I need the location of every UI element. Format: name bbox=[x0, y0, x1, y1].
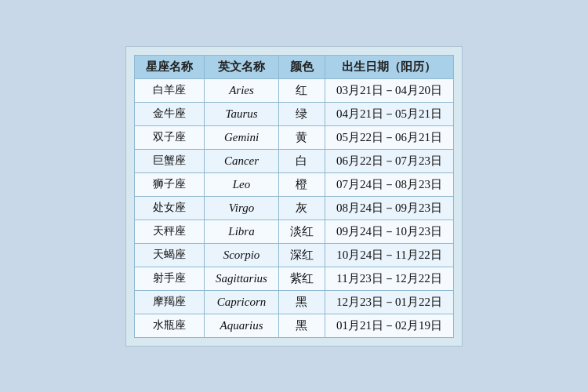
table-cell: 射手座 bbox=[135, 267, 205, 290]
table-header-cell: 颜色 bbox=[278, 55, 325, 78]
table-row: 双子座Gemini黄05月22日－06月21日 bbox=[135, 125, 454, 149]
table-cell: Cancer bbox=[205, 149, 279, 172]
zodiac-table-container: 星座名称英文名称颜色出生日期（阳历） 白羊座Aries红03月21日－04月20… bbox=[125, 46, 463, 347]
table-cell: 06月22日－07月23日 bbox=[325, 149, 453, 172]
table-row: 天秤座Libra淡红09月24日－10月23日 bbox=[135, 220, 454, 243]
table-header-cell: 星座名称 bbox=[135, 55, 205, 78]
table-cell: 双子座 bbox=[135, 125, 205, 149]
zodiac-table: 星座名称英文名称颜色出生日期（阳历） 白羊座Aries红03月21日－04月20… bbox=[134, 55, 454, 338]
table-cell: Leo bbox=[205, 172, 279, 196]
table-cell: 摩羯座 bbox=[135, 290, 205, 314]
table-row: 巨蟹座Cancer白06月22日－07月23日 bbox=[135, 149, 454, 172]
table-cell: 绿 bbox=[278, 102, 325, 125]
table-cell: 灰 bbox=[278, 196, 325, 220]
table-cell: 11月23日－12月22日 bbox=[325, 267, 453, 290]
table-cell: Virgo bbox=[205, 196, 279, 220]
table-cell: 深红 bbox=[278, 243, 325, 267]
table-cell: 03月21日－04月20日 bbox=[325, 78, 453, 102]
table-row: 射手座Sagittarius紫红11月23日－12月22日 bbox=[135, 267, 454, 290]
table-cell: 05月22日－06月21日 bbox=[325, 125, 453, 149]
table-cell: 黄 bbox=[278, 125, 325, 149]
table-header-cell: 出生日期（阳历） bbox=[325, 55, 453, 78]
table-cell: 水瓶座 bbox=[135, 314, 205, 337]
table-cell: 橙 bbox=[278, 172, 325, 196]
table-row: 金牛座Taurus绿04月21日－05月21日 bbox=[135, 102, 454, 125]
table-cell: 天秤座 bbox=[135, 220, 205, 243]
table-cell: 09月24日－10月23日 bbox=[325, 220, 453, 243]
table-row: 水瓶座Aquarius黑01月21日－02月19日 bbox=[135, 314, 454, 337]
table-cell: 巨蟹座 bbox=[135, 149, 205, 172]
table-cell: Scorpio bbox=[205, 243, 279, 267]
table-cell: 淡红 bbox=[278, 220, 325, 243]
table-cell: 12月23日－01月22日 bbox=[325, 290, 453, 314]
table-row: 狮子座Leo橙07月24日－08月23日 bbox=[135, 172, 454, 196]
table-cell: 白羊座 bbox=[135, 78, 205, 102]
table-cell: Aquarius bbox=[205, 314, 279, 337]
table-cell: 黑 bbox=[278, 314, 325, 337]
table-cell: Gemini bbox=[205, 125, 279, 149]
table-row: 摩羯座Capricorn黑12月23日－01月22日 bbox=[135, 290, 454, 314]
table-header-row: 星座名称英文名称颜色出生日期（阳历） bbox=[135, 55, 454, 78]
table-cell: Libra bbox=[205, 220, 279, 243]
table-cell: 金牛座 bbox=[135, 102, 205, 125]
table-cell: Taurus bbox=[205, 102, 279, 125]
table-cell: Capricorn bbox=[205, 290, 279, 314]
table-cell: 08月24日－09月23日 bbox=[325, 196, 453, 220]
table-cell: 红 bbox=[278, 78, 325, 102]
table-row: 白羊座Aries红03月21日－04月20日 bbox=[135, 78, 454, 102]
table-cell: Aries bbox=[205, 78, 279, 102]
table-cell: 10月24日－11月22日 bbox=[325, 243, 453, 267]
table-cell: 白 bbox=[278, 149, 325, 172]
table-cell: 天蝎座 bbox=[135, 243, 205, 267]
table-header-cell: 英文名称 bbox=[205, 55, 279, 78]
table-cell: 01月21日－02月19日 bbox=[325, 314, 453, 337]
table-cell: 紫红 bbox=[278, 267, 325, 290]
table-cell: 狮子座 bbox=[135, 172, 205, 196]
table-cell: 07月24日－08月23日 bbox=[325, 172, 453, 196]
table-cell: 黑 bbox=[278, 290, 325, 314]
table-cell: 04月21日－05月21日 bbox=[325, 102, 453, 125]
table-cell: Sagittarius bbox=[205, 267, 279, 290]
table-row: 天蝎座Scorpio深红10月24日－11月22日 bbox=[135, 243, 454, 267]
table-row: 处女座Virgo灰08月24日－09月23日 bbox=[135, 196, 454, 220]
table-cell: 处女座 bbox=[135, 196, 205, 220]
